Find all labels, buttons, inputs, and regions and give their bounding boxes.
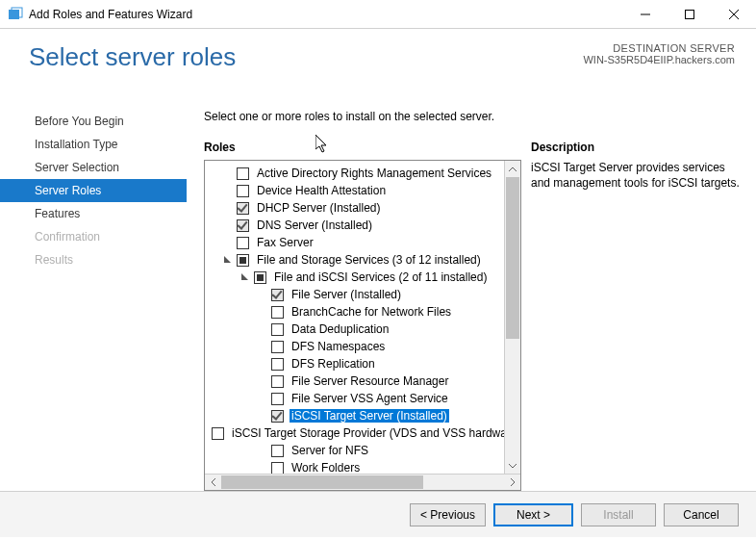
role-checkbox[interactable] (271, 341, 284, 353)
role-checkbox[interactable] (271, 462, 284, 475)
role-checkbox[interactable] (212, 427, 224, 440)
role-label[interactable]: Fax Server (255, 236, 315, 249)
role-item[interactable]: File Server Resource Manager (209, 372, 504, 390)
role-checkbox[interactable] (271, 358, 284, 371)
roles-heading: Roles (204, 141, 521, 154)
role-checkbox[interactable] (237, 219, 249, 232)
scroll-track[interactable] (505, 177, 520, 457)
role-label[interactable]: DNS Server (Installed) (255, 218, 374, 232)
role-label[interactable]: File Server (Installed) (290, 288, 403, 301)
role-item[interactable]: File and Storage Services (3 of 12 insta… (209, 251, 504, 269)
scroll-down-button[interactable] (505, 457, 520, 474)
footer: < Previous Next > Install Cancel (0, 491, 756, 537)
roles-tree[interactable]: Active Directory Rights Management Servi… (205, 161, 504, 474)
columns: Roles Active Directory Rights Management… (204, 141, 744, 491)
main-panel: Select one or more roles to install on t… (187, 102, 756, 491)
role-item[interactable]: File Server (Installed) (209, 286, 504, 303)
role-checkbox[interactable] (271, 445, 284, 457)
roles-list-box: Active Directory Rights Management Servi… (204, 160, 521, 491)
role-item[interactable]: Data Deduplication (209, 321, 504, 338)
role-checkbox[interactable] (271, 410, 284, 423)
app-icon (8, 7, 23, 22)
hscroll-thumb[interactable] (221, 475, 423, 489)
instruction-text: Select one or more roles to install on t… (204, 110, 744, 123)
destination-label: DESTINATION SERVER (583, 42, 735, 54)
scroll-up-button[interactable] (505, 161, 520, 177)
svg-rect-3 (686, 10, 694, 18)
role-item[interactable]: iSCSI Target Storage Provider (VDS and V… (209, 424, 504, 442)
role-label[interactable]: DFS Replication (290, 357, 377, 371)
role-item[interactable]: Active Directory Rights Management Servi… (209, 165, 504, 182)
close-button[interactable] (712, 0, 756, 28)
role-label[interactable]: Work Folders (290, 461, 362, 474)
expander-icon[interactable] (239, 271, 251, 283)
sidebar-step[interactable]: Features (0, 202, 187, 225)
titlebar: Add Roles and Features Wizard (0, 0, 756, 29)
role-label[interactable]: File and Storage Services (3 of 12 insta… (255, 253, 483, 267)
role-item[interactable]: DNS Server (Installed) (209, 217, 504, 234)
expander-icon (257, 410, 268, 422)
expander-icon (222, 185, 234, 196)
role-item[interactable]: File Server VSS Agent Service (209, 390, 504, 407)
role-checkbox[interactable] (237, 202, 249, 215)
role-checkbox[interactable] (254, 271, 266, 284)
expander-icon (257, 375, 268, 387)
role-checkbox[interactable] (271, 306, 284, 319)
expander-icon (257, 323, 268, 335)
sidebar-step[interactable]: Before You Begin (0, 110, 187, 133)
minimize-button[interactable] (623, 0, 668, 28)
window-controls (623, 0, 756, 28)
sidebar-step: Confirmation (0, 225, 187, 248)
maximize-button[interactable] (668, 0, 712, 28)
role-label[interactable]: Device Health Attestation (255, 184, 388, 197)
next-button[interactable]: Next > (493, 503, 573, 526)
role-label[interactable]: File Server VSS Agent Service (290, 392, 450, 405)
scroll-thumb[interactable] (506, 177, 519, 339)
vertical-scrollbar[interactable] (504, 161, 520, 474)
role-item[interactable]: Device Health Attestation (209, 182, 504, 199)
role-label[interactable]: File Server Resource Manager (290, 374, 450, 388)
role-checkbox[interactable] (271, 375, 284, 388)
role-label[interactable]: DFS Namespaces (290, 340, 387, 353)
role-item[interactable]: DFS Replication (209, 355, 504, 372)
expander-icon (257, 393, 268, 404)
previous-button[interactable]: < Previous (410, 503, 486, 526)
role-label[interactable]: BranchCache for Network Files (290, 305, 453, 319)
role-label[interactable]: File and iSCSI Services (2 of 11 install… (272, 270, 489, 284)
role-checkbox[interactable] (237, 167, 249, 180)
role-item[interactable]: BranchCache for Network Files (209, 303, 504, 321)
scroll-right-button[interactable] (504, 475, 520, 490)
role-checkbox[interactable] (237, 237, 249, 249)
role-item[interactable]: Work Folders (209, 459, 504, 474)
cancel-button[interactable]: Cancel (664, 503, 739, 526)
expander-icon (257, 462, 268, 474)
role-checkbox[interactable] (237, 254, 249, 267)
role-item[interactable]: DFS Namespaces (209, 338, 504, 355)
role-checkbox[interactable] (271, 393, 284, 405)
roles-column: Roles Active Directory Rights Management… (204, 141, 521, 491)
role-checkbox[interactable] (271, 323, 284, 336)
role-label[interactable]: Active Directory Rights Management Servi… (255, 167, 493, 180)
sidebar-step[interactable]: Server Roles (0, 179, 187, 202)
role-checkbox[interactable] (271, 289, 284, 301)
hscroll-track[interactable] (221, 475, 504, 490)
expander-icon (257, 358, 268, 370)
role-checkbox[interactable] (237, 185, 249, 197)
role-item[interactable]: Server for NFS (209, 442, 504, 459)
role-item[interactable]: File and iSCSI Services (2 of 11 install… (209, 269, 504, 286)
scroll-left-button[interactable] (205, 475, 221, 490)
description-heading: Description (531, 141, 744, 154)
role-label[interactable]: Server for NFS (290, 444, 370, 457)
role-label[interactable]: DHCP Server (Installed) (255, 201, 382, 215)
destination-server: DESTINATION SERVER WIN-S35R5D4EIIP.hacke… (583, 42, 735, 65)
sidebar-step[interactable]: Server Selection (0, 156, 187, 179)
expander-icon[interactable] (222, 254, 234, 266)
role-item[interactable]: Fax Server (209, 234, 504, 251)
horizontal-scrollbar[interactable] (205, 474, 520, 490)
sidebar-step[interactable]: Installation Type (0, 133, 187, 156)
role-label[interactable]: iSCSI Target Storage Provider (VDS and V… (230, 426, 504, 440)
role-label[interactable]: iSCSI Target Server (Installed) (290, 409, 449, 423)
role-item[interactable]: iSCSI Target Server (Installed) (209, 407, 504, 424)
role-label[interactable]: Data Deduplication (290, 322, 391, 336)
role-item[interactable]: DHCP Server (Installed) (209, 199, 504, 217)
